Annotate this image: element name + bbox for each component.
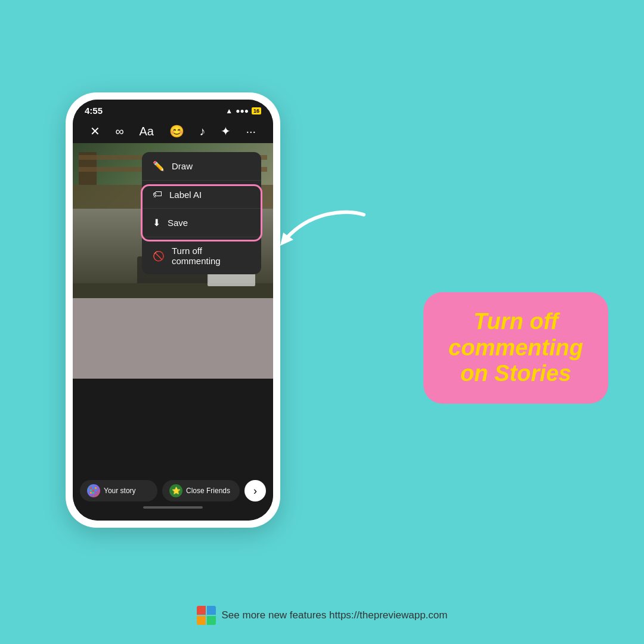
svg-rect-4 [92, 490, 94, 491]
send-button[interactable]: › [244, 480, 266, 501]
svg-rect-0 [90, 487, 92, 489]
footer-text: See more new features https://thepreview… [222, 609, 448, 621]
label-ai-menu-item[interactable]: 🏷 Label AI [142, 181, 261, 209]
save-label: Save [168, 218, 188, 228]
svg-rect-1 [92, 487, 94, 489]
feature-bubble: Turn offcommentingon Stories [423, 292, 608, 404]
your-story-avatar [87, 484, 100, 497]
close-friends-label: Close Friends [186, 487, 230, 495]
turn-off-commenting-menu-item[interactable]: 🚫 Turn off commenting [142, 237, 261, 274]
logo-blue [207, 606, 216, 615]
logo-orange [197, 616, 206, 625]
close-friends-avatar: ⭐ [169, 484, 182, 497]
svg-rect-3 [90, 490, 92, 491]
svg-rect-5 [95, 490, 97, 491]
logo-green [207, 616, 216, 625]
phone-notch [137, 100, 209, 116]
no-commenting-icon: 🚫 [153, 250, 165, 262]
feature-bubble-text: Turn offcommentingon Stories [441, 309, 590, 387]
logo-red [197, 606, 206, 615]
label-icon: 🏷 [153, 189, 162, 200]
arrow-indicator [274, 203, 370, 250]
bottom-bar: Your story ⭐ Close Friends › [73, 474, 273, 521]
send-icon: › [253, 485, 257, 497]
save-icon: ⬇ [153, 217, 160, 228]
svg-rect-6 [90, 492, 92, 494]
draw-menu-item[interactable]: ✏️ Draw [142, 152, 261, 181]
signal-icon: ●●● [236, 107, 249, 115]
effects-icon[interactable]: ✦ [221, 124, 231, 138]
story-buttons: Your story ⭐ Close Friends › [80, 480, 266, 501]
svg-rect-8 [95, 492, 97, 494]
save-menu-item[interactable]: ⬇ Save [142, 209, 261, 237]
more-icon[interactable]: ··· [246, 125, 256, 138]
label-ai-label: Label AI [169, 190, 202, 200]
status-icons: ▲ ●●● 16 [225, 107, 261, 115]
music-icon[interactable]: ♪ [199, 125, 205, 138]
phone-mockup: 4:55 ▲ ●●● 16 ✕ ∞ Aa 😊 ♪ ✦ ··· ✏ [66, 92, 280, 528]
dropdown-menu: ✏️ Draw 🏷 Label AI ⬇ Save 🚫 Turn off com… [142, 152, 261, 274]
infinity-icon[interactable]: ∞ [115, 125, 123, 138]
svg-rect-7 [92, 492, 94, 494]
your-story-label: Your story [104, 487, 136, 495]
draw-label: Draw [172, 161, 193, 171]
status-time: 4:55 [85, 106, 103, 116]
close-icon[interactable]: ✕ [90, 124, 100, 138]
svg-rect-2 [95, 487, 97, 489]
story-gray-area [73, 298, 273, 379]
turn-off-commenting-label: Turn off commenting [172, 246, 250, 266]
text-icon[interactable]: Aa [139, 125, 153, 138]
your-story-button[interactable]: Your story [80, 480, 157, 501]
stories-toolbar: ✕ ∞ Aa 😊 ♪ ✦ ··· [73, 119, 273, 143]
draw-icon: ✏️ [153, 160, 165, 172]
wifi-icon: ▲ [225, 107, 233, 115]
footer: See more new features https://thepreview… [0, 606, 644, 625]
footer-logo [197, 606, 216, 625]
sticker-icon[interactable]: 😊 [169, 124, 184, 138]
close-friends-button[interactable]: ⭐ Close Friends [162, 480, 240, 501]
battery-badge: 16 [252, 107, 261, 114]
home-indicator [143, 506, 203, 509]
